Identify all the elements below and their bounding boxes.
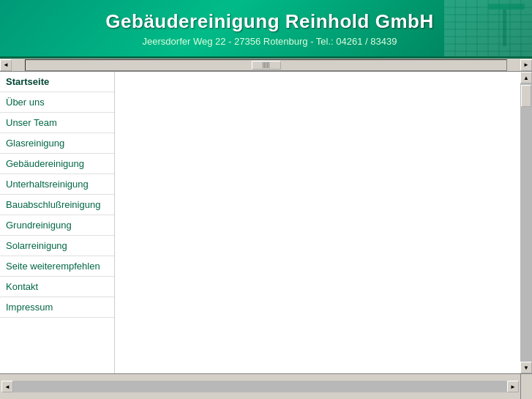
v-scroll-thumb[interactable] (521, 85, 531, 107)
scroll-left-arrow[interactable]: ◄ (0, 59, 12, 71)
sidebar: StartseiteÜber unsUnser TeamGlasreinigun… (0, 72, 115, 373)
svg-rect-15 (488, 4, 525, 10)
main-content (115, 72, 520, 373)
sidebar-item-bauabschlussreinigung[interactable]: Bauabschlußreinigung (0, 195, 114, 215)
sidebar-item-kontakt[interactable]: Kontakt (0, 277, 114, 297)
sidebar-item-solarreinigung[interactable]: Solarreinigung (0, 236, 114, 256)
h-scrollbar-top: ◄ ► (0, 59, 532, 72)
sidebar-item-seite-weiterempfehlen[interactable]: Seite weiterempfehlen (0, 256, 114, 277)
h-scroll-left-bottom[interactable]: ◄ (1, 381, 13, 392)
sidebar-item-ueber-uns[interactable]: Über uns (0, 92, 114, 113)
sidebar-item-startseite[interactable]: Startseite (0, 72, 114, 92)
h-scroll-area-bottom: ◄ ► (1, 381, 519, 392)
sidebar-item-unterhaltsreinigung[interactable]: Unterhaltsreinigung (0, 174, 114, 195)
h-scroll-thumb-top[interactable] (252, 61, 281, 70)
sidebar-item-impressum[interactable]: Impressum (0, 297, 114, 318)
svg-rect-16 (503, 10, 506, 46)
site-header: Gebäudereinigung Reinhold GmbH Jeersdorf… (0, 0, 532, 59)
h-scroll-right-bottom[interactable]: ► (507, 381, 519, 392)
h-scroll-track-bottom (13, 381, 507, 392)
sidebar-item-glasreinigung[interactable]: Glasreinigung (0, 133, 114, 154)
right-scrollbar: ▲ ▼ (520, 72, 532, 373)
scroll-grip (263, 62, 269, 68)
scroll-down-arrow[interactable]: ▼ (520, 362, 532, 373)
bottom-right-corner (520, 374, 532, 400)
scroll-right-arrow[interactable]: ► (520, 59, 532, 71)
scroll-up-arrow[interactable]: ▲ (520, 72, 532, 83)
page-wrapper: Gebäudereinigung Reinhold GmbH Jeersdorf… (0, 0, 532, 399)
content-area: StartseiteÜber unsUnser TeamGlasreinigun… (0, 72, 532, 373)
h-scroll-track-top (25, 59, 507, 71)
sidebar-item-gebaeudereinigung[interactable]: Gebäudereinigung (0, 154, 114, 174)
bottom-scrollbar-area: ◄ ► (0, 373, 532, 399)
v-scroll-track (520, 83, 532, 362)
sidebar-item-grundreinigung[interactable]: Grundreinigung (0, 215, 114, 236)
sidebar-item-unser-team[interactable]: Unser Team (0, 113, 114, 133)
header-decoration (444, 0, 532, 59)
